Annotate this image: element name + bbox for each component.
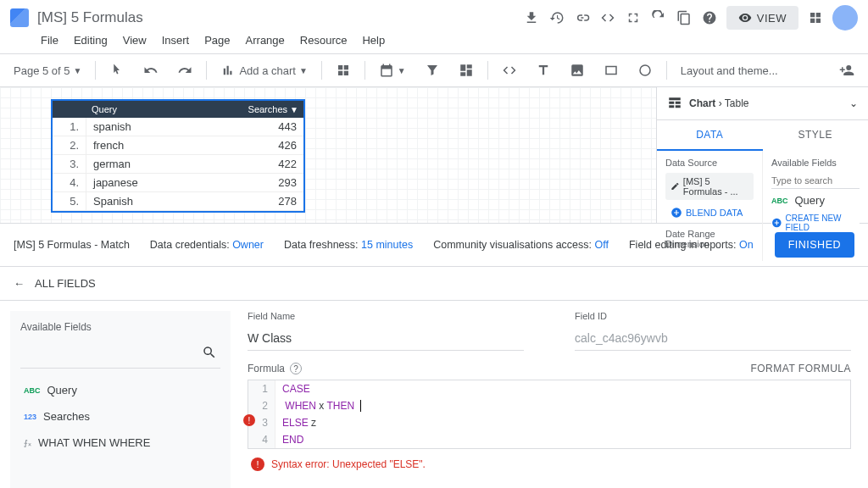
table-row: 2.french426	[53, 136, 303, 155]
field-search-input[interactable]	[771, 173, 860, 189]
help-icon[interactable]: ?	[290, 363, 302, 374]
create-field-button[interactable]: CREATE NEW FIELD	[771, 212, 860, 234]
view-button[interactable]: VIEW	[726, 6, 798, 30]
url-embed-icon[interactable]	[497, 59, 522, 81]
table-row: 3.german422	[53, 155, 303, 174]
image-icon[interactable]	[565, 59, 590, 81]
properties-panel: Chart › Table ⌄ DATA STYLE Data Source […	[656, 87, 868, 223]
col-searches[interactable]: Searches ▼	[236, 101, 303, 118]
available-fields-label: Available Fields	[771, 158, 860, 168]
app-logo	[10, 8, 29, 27]
circle-icon[interactable]	[632, 59, 658, 81]
menu-resource[interactable]: Resource	[300, 34, 348, 47]
community-viz-icon[interactable]	[331, 59, 356, 81]
embed-icon[interactable]	[599, 9, 616, 26]
field-query[interactable]: Query	[795, 194, 825, 207]
text-icon[interactable]	[531, 59, 556, 81]
source-title: [MS] 5 Formulas - Match	[14, 239, 130, 251]
field-id-value: calc_c4ac96ywvb	[575, 326, 851, 351]
fullscreen-icon[interactable]	[625, 9, 642, 26]
page-selector[interactable]: Page 5 of 5 ▼	[8, 61, 86, 80]
error-icon: !	[251, 458, 264, 471]
breadcrumb: Chart › Table	[689, 97, 748, 109]
add-chart-button[interactable]: Add a chart ▼	[215, 59, 312, 81]
data-freshness[interactable]: Data freshness: 15 minutes	[284, 239, 413, 251]
menu-insert[interactable]: Insert	[162, 34, 190, 47]
download-icon[interactable]	[523, 9, 540, 26]
avatar[interactable]	[832, 5, 858, 30]
add-people-icon[interactable]	[834, 59, 860, 81]
layout-theme-button[interactable]: Layout and theme...	[676, 61, 783, 80]
sidebar-field-www[interactable]: ⨍ₓWHAT WHEN WHERE	[20, 430, 220, 456]
field-name-input[interactable]: W Class	[248, 326, 524, 351]
doc-title[interactable]: [MS] 5 Formulas	[37, 9, 143, 26]
data-table: Query Searches ▼ 1.spanish443 2.french42…	[51, 99, 305, 213]
grid-icon[interactable]	[807, 9, 824, 26]
undo-icon[interactable]	[138, 59, 164, 81]
sidebar-title: Available Fields	[20, 321, 220, 333]
field-name-label: Field Name	[248, 311, 524, 321]
copy-icon[interactable]	[676, 9, 693, 26]
tab-style[interactable]: STYLE	[763, 120, 869, 151]
menu-page[interactable]: Page	[204, 34, 230, 47]
code-editor[interactable]: 1CASE 2 WHEN x THEN !3ELSE z 4END	[248, 380, 851, 449]
menu-help[interactable]: Help	[362, 34, 385, 47]
date-range-icon[interactable]: ▼	[374, 59, 411, 81]
fields-sidebar: Available Fields ABCQuery 123Searches ⨍ₓ…	[10, 311, 231, 488]
canvas[interactable]: Query Searches ▼ 1.spanish443 2.french42…	[0, 87, 656, 223]
abc-icon: ABC	[24, 386, 41, 395]
history-icon[interactable]	[548, 9, 565, 26]
error-message: Syntax error: Unexpected "ELSE".	[271, 458, 426, 470]
fx-icon: ⨍ₓ	[24, 439, 31, 447]
formula-editor: Field Name W Class Field ID calc_c4ac96y…	[241, 301, 868, 488]
svg-rect-0	[606, 67, 616, 75]
select-tool-icon[interactable]	[104, 59, 130, 81]
number-icon: 123	[24, 413, 36, 421]
search-icon[interactable]	[20, 340, 220, 369]
table-icon	[667, 96, 682, 111]
svg-point-1	[640, 65, 650, 75]
filter-icon[interactable]	[420, 59, 445, 81]
col-query[interactable]: Query	[86, 101, 236, 118]
table-row: 4.japanese293	[53, 174, 303, 192]
table-row: 5.Spanish278	[53, 192, 303, 211]
refresh-icon[interactable]	[650, 9, 667, 26]
abc-icon: ABC	[771, 197, 788, 205]
tab-data[interactable]: DATA	[657, 120, 763, 151]
error-icon: !	[243, 414, 255, 426]
menu-bar: File Editing View Insert Page Arrange Re…	[0, 30, 868, 54]
table-row: 1.spanish443	[53, 118, 303, 136]
sidebar-field-query[interactable]: ABCQuery	[20, 377, 220, 403]
formula-label: Formula	[248, 363, 285, 374]
community-viz-access[interactable]: Community visualisations access: Off	[433, 239, 609, 251]
data-icon[interactable]	[453, 59, 479, 81]
menu-arrange[interactable]: Arrange	[246, 34, 285, 47]
menu-file[interactable]: File	[41, 34, 58, 47]
rectangle-icon[interactable]	[598, 59, 624, 81]
all-fields-label: ALL FIELDS	[35, 277, 96, 290]
format-formula-button[interactable]: FORMAT FORMULA	[750, 363, 851, 374]
pencil-icon	[670, 180, 680, 192]
menu-editing[interactable]: Editing	[74, 34, 108, 47]
help-icon[interactable]	[701, 9, 718, 26]
sidebar-field-searches[interactable]: 123Searches	[20, 403, 220, 430]
data-credentials[interactable]: Data credentials: Owner	[150, 239, 264, 251]
chevron-down-icon[interactable]: ⌄	[849, 97, 858, 109]
data-source-chip[interactable]: [MS] 5 Formulas - ...	[665, 173, 754, 200]
field-editing[interactable]: Field editing in reports: On	[629, 239, 754, 251]
back-arrow-icon[interactable]: ←	[14, 277, 25, 290]
field-id-label: Field ID	[575, 311, 851, 321]
data-source-label: Data Source	[665, 158, 754, 168]
blend-data-button[interactable]: BLEND DATA	[665, 203, 754, 222]
menu-view[interactable]: View	[123, 34, 147, 47]
finished-button[interactable]: FINISHED	[775, 232, 854, 258]
link-icon[interactable]	[574, 9, 591, 26]
redo-icon[interactable]	[172, 59, 198, 81]
